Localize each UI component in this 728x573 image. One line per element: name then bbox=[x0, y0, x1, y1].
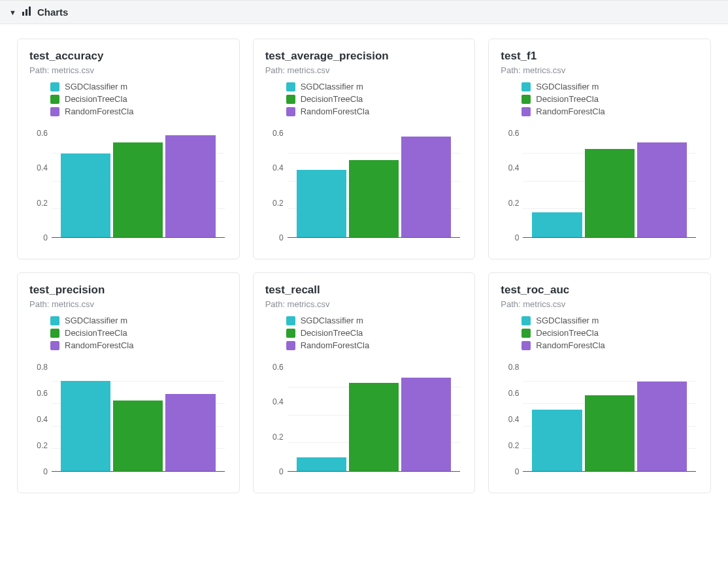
chart-title: test_f1 bbox=[501, 50, 699, 63]
y-tick: 0.2 bbox=[265, 433, 284, 441]
y-tick: 0.6 bbox=[501, 389, 519, 397]
bar[interactable] bbox=[585, 149, 635, 237]
y-tick: 0.6 bbox=[501, 129, 519, 137]
y-axis: 00.20.40.60.8 bbox=[501, 359, 519, 472]
legend-swatch bbox=[286, 82, 295, 91]
legend-swatch bbox=[521, 107, 531, 116]
legend-swatch bbox=[286, 316, 295, 325]
chart-card[interactable]: test_average_precisionPath: metrics.csvS… bbox=[253, 39, 476, 259]
legend-item[interactable]: SGDClassifier m bbox=[286, 316, 463, 325]
bars-region bbox=[523, 359, 696, 472]
bar[interactable] bbox=[297, 457, 346, 471]
chart-legend: SGDClassifier mDecisionTreeClaRandomFore… bbox=[265, 316, 463, 350]
chart-card[interactable]: test_roc_aucPath: metrics.csvSGDClassifi… bbox=[488, 272, 711, 493]
y-tick: 0 bbox=[265, 468, 284, 476]
legend-swatch bbox=[50, 329, 59, 338]
legend-label: RandomForestCla bbox=[301, 106, 370, 116]
bar[interactable] bbox=[637, 382, 687, 471]
y-tick: 0 bbox=[29, 468, 48, 476]
legend-label: SGDClassifier m bbox=[65, 316, 127, 325]
bar[interactable] bbox=[165, 394, 215, 471]
plot-area: 00.20.40.60.8 bbox=[29, 359, 227, 483]
bar[interactable] bbox=[637, 142, 687, 237]
legend-label: DecisionTreeCla bbox=[65, 94, 127, 104]
y-axis: 00.20.40.6 bbox=[29, 125, 48, 238]
legend-label: RandomForestCla bbox=[536, 340, 605, 350]
legend-swatch bbox=[286, 341, 295, 350]
legend-swatch bbox=[50, 341, 59, 350]
chart-title: test_average_precision bbox=[265, 50, 463, 63]
bar[interactable] bbox=[532, 410, 582, 471]
chart-title: test_roc_auc bbox=[501, 284, 699, 297]
y-tick: 0 bbox=[501, 468, 519, 476]
chart-card[interactable]: test_accuracyPath: metrics.csvSGDClassif… bbox=[17, 39, 240, 259]
legend-item[interactable]: RandomForestCla bbox=[50, 340, 227, 350]
chart-card[interactable]: test_recallPath: metrics.csvSGDClassifie… bbox=[253, 272, 476, 493]
y-tick: 0.6 bbox=[265, 363, 284, 371]
bar[interactable] bbox=[113, 142, 163, 237]
legend-label: SGDClassifier m bbox=[536, 82, 599, 91]
y-tick: 0.4 bbox=[501, 164, 519, 172]
legend-label: RandomForestCla bbox=[301, 340, 370, 350]
y-tick: 0.6 bbox=[265, 129, 284, 137]
bars-region bbox=[52, 125, 225, 238]
chart-title: test_recall bbox=[265, 284, 463, 297]
legend-label: SGDClassifier m bbox=[301, 316, 363, 325]
legend-item[interactable]: SGDClassifier m bbox=[521, 316, 699, 325]
bars-row bbox=[523, 359, 696, 471]
charts-section-header[interactable]: ▼ Charts bbox=[0, 0, 728, 24]
y-tick: 0.8 bbox=[501, 363, 519, 371]
bars-region bbox=[288, 125, 461, 238]
y-axis: 00.20.40.60.8 bbox=[29, 359, 48, 472]
y-axis: 00.20.40.6 bbox=[501, 125, 519, 238]
bar[interactable] bbox=[113, 401, 163, 471]
bar[interactable] bbox=[532, 212, 582, 237]
bar[interactable] bbox=[585, 395, 635, 471]
y-tick: 0.4 bbox=[265, 398, 284, 406]
legend-item[interactable]: RandomForestCla bbox=[286, 106, 463, 116]
legend-item[interactable]: DecisionTreeCla bbox=[286, 328, 463, 338]
chart-legend: SGDClassifier mDecisionTreeClaRandomFore… bbox=[265, 82, 463, 116]
bar[interactable] bbox=[165, 135, 215, 237]
plot-area: 00.20.40.6 bbox=[265, 125, 463, 250]
y-tick: 0 bbox=[29, 234, 48, 242]
legend-item[interactable]: SGDClassifier m bbox=[521, 82, 699, 91]
bar[interactable] bbox=[61, 381, 110, 472]
legend-item[interactable]: SGDClassifier m bbox=[50, 82, 227, 91]
legend-item[interactable]: SGDClassifier m bbox=[50, 316, 227, 325]
legend-item[interactable]: RandomForestCla bbox=[521, 340, 699, 350]
legend-swatch bbox=[521, 316, 531, 325]
legend-item[interactable]: SGDClassifier m bbox=[286, 82, 463, 91]
bars-row bbox=[523, 125, 696, 237]
legend-item[interactable]: RandomForestCla bbox=[50, 106, 227, 116]
bar-chart-icon bbox=[22, 6, 32, 18]
chart-path: Path: metrics.csv bbox=[265, 65, 463, 75]
chart-title: test_precision bbox=[29, 284, 227, 297]
bar[interactable] bbox=[401, 378, 451, 471]
chart-card[interactable]: test_precisionPath: metrics.csvSGDClassi… bbox=[17, 272, 240, 493]
bars-row bbox=[288, 359, 461, 471]
bar[interactable] bbox=[349, 160, 399, 237]
chart-legend: SGDClassifier mDecisionTreeClaRandomFore… bbox=[501, 82, 699, 116]
y-tick: 0 bbox=[265, 234, 284, 242]
bar[interactable] bbox=[401, 137, 451, 237]
y-tick: 0 bbox=[501, 234, 519, 242]
legend-item[interactable]: DecisionTreeCla bbox=[286, 94, 463, 104]
legend-label: RandomForestCla bbox=[65, 106, 134, 116]
legend-label: DecisionTreeCla bbox=[301, 94, 363, 104]
legend-item[interactable]: DecisionTreeCla bbox=[50, 328, 227, 338]
legend-item[interactable]: DecisionTreeCla bbox=[50, 94, 227, 104]
legend-item[interactable]: DecisionTreeCla bbox=[521, 94, 699, 104]
legend-label: RandomForestCla bbox=[65, 340, 134, 350]
legend-item[interactable]: RandomForestCla bbox=[286, 340, 463, 350]
bar[interactable] bbox=[349, 383, 399, 471]
plot-area: 00.20.40.6 bbox=[501, 125, 699, 250]
bar[interactable] bbox=[297, 170, 346, 237]
legend-item[interactable]: DecisionTreeCla bbox=[521, 328, 699, 338]
legend-item[interactable]: RandomForestCla bbox=[521, 106, 699, 116]
legend-label: DecisionTreeCla bbox=[301, 328, 363, 338]
chart-path: Path: metrics.csv bbox=[265, 299, 463, 309]
legend-label: SGDClassifier m bbox=[536, 316, 599, 325]
chart-card[interactable]: test_f1Path: metrics.csvSGDClassifier mD… bbox=[488, 39, 711, 259]
bar[interactable] bbox=[61, 154, 110, 237]
